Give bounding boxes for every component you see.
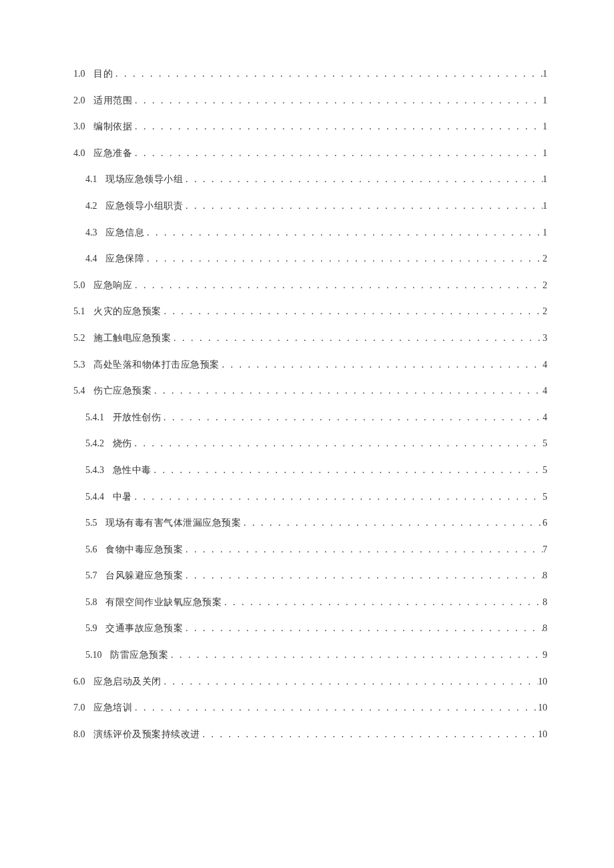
toc-entry-number: 4.0 [73,147,85,160]
toc-leader-dots: . . . . . . . . . . . . . . . . . . . . … [132,279,543,292]
toc-entry-page: 10 [538,675,547,689]
toc-leader-dots: . . . . . . . . . . . . . . . . . . . . … [183,199,543,213]
toc-entry[interactable]: 5.5现场有毒有害气体泄漏应急预案. . . . . . . . . . . .… [73,516,547,530]
toc-entry[interactable]: 5.4.3急性中毒. . . . . . . . . . . . . . . .… [73,464,547,477]
toc-entry-number: 8.0 [73,728,85,741]
toc-entry-number: 4.4 [85,252,97,266]
toc-leader-dots: . . . . . . . . . . . . . . . . . . . . … [151,464,543,477]
toc-entry-title: 伤亡应急预案 [93,384,151,398]
toc-entry[interactable]: 7.0应急培训. . . . . . . . . . . . . . . . .… [73,701,547,715]
toc-entry[interactable]: 5.4.1开放性创伤. . . . . . . . . . . . . . . … [73,411,547,424]
toc-entry[interactable]: 4.2应急领导小组职责. . . . . . . . . . . . . . .… [73,199,547,213]
toc-entry-page: 2 [543,252,547,266]
toc-entry-title: 高处坠落和物体打击应急预案 [93,358,220,372]
toc-entry-number: 2.0 [73,94,85,107]
toc-entry-title: 开放性创伤 [113,411,162,424]
toc-entry[interactable]: 5.4.2烧伤. . . . . . . . . . . . . . . . .… [73,437,547,450]
toc-leader-dots: . . . . . . . . . . . . . . . . . . . . … [132,94,543,107]
toc-entry[interactable]: 4.4应急保障. . . . . . . . . . . . . . . . .… [73,252,547,266]
toc-leader-dots: . . . . . . . . . . . . . . . . . . . . … [168,648,543,662]
toc-entry-page: 5 [543,490,547,504]
toc-entry[interactable]: 5.8有限空间作业缺氧应急预案. . . . . . . . . . . . .… [73,596,547,609]
toc-leader-dots: . . . . . . . . . . . . . . . . . . . . … [220,358,543,372]
toc-entry[interactable]: 4.1现场应急领导小组. . . . . . . . . . . . . . .… [73,173,547,186]
toc-entry-page: 5 [543,437,547,450]
toc-entry-number: 5.4.2 [85,437,104,450]
toc-entry-number: 5.8 [85,596,97,609]
toc-entry-title: 应急培训 [93,701,132,715]
toc-entry-number: 5.4.4 [85,490,104,504]
toc-entry[interactable]: 5.4.4中暑. . . . . . . . . . . . . . . . .… [73,490,547,504]
toc-leader-dots: . . . . . . . . . . . . . . . . . . . . … [200,728,538,741]
toc-entry[interactable]: 5.3高处坠落和物体打击应急预案. . . . . . . . . . . . … [73,358,547,372]
toc-entry-page: 2 [543,305,547,318]
toc-entry-number: 7.0 [73,701,85,715]
toc-entry[interactable]: 2.0适用范围. . . . . . . . . . . . . . . . .… [73,94,547,107]
toc-entry[interactable]: 5.1火灾的应急预案. . . . . . . . . . . . . . . … [73,305,547,318]
toc-entry-number: 5.4 [73,384,85,398]
toc-entry-number: 5.1 [73,305,85,318]
toc-entry-title: 适用范围 [93,94,132,107]
toc-entry-page: 1 [543,94,547,107]
toc-entry-number: 5.0 [73,279,85,292]
toc-entry-number: 1.0 [73,67,85,81]
toc-leader-dots: . . . . . . . . . . . . . . . . . . . . … [132,120,543,133]
toc-entry[interactable]: 5.0应急响应. . . . . . . . . . . . . . . . .… [73,279,547,292]
toc-entry-number: 5.4.3 [85,464,104,477]
toc-entry-page: 1 [543,173,547,186]
toc-entry[interactable]: 5.4伤亡应急预案. . . . . . . . . . . . . . . .… [73,384,547,398]
toc-entry-page: 3 [543,332,547,345]
toc-entry-title: 应急启动及关闭 [93,675,162,689]
toc-leader-dots: . . . . . . . . . . . . . . . . . . . . … [183,543,543,556]
toc-entry-number: 5.9 [85,622,97,635]
toc-leader-dots: . . . . . . . . . . . . . . . . . . . . … [144,226,543,240]
toc-entry[interactable]: 4.0应急准备. . . . . . . . . . . . . . . . .… [73,147,547,160]
toc-entry[interactable]: 1.0目的. . . . . . . . . . . . . . . . . .… [73,67,547,81]
toc-entry[interactable]: 5.10防雷应急预案. . . . . . . . . . . . . . . … [73,648,547,662]
toc-leader-dots: . . . . . . . . . . . . . . . . . . . . … [144,252,543,266]
toc-entry-page: 1 [543,199,547,213]
toc-leader-dots: . . . . . . . . . . . . . . . . . . . . … [161,411,543,424]
toc-entry-title: 施工触电应急预案 [93,332,171,345]
toc-entry-number: 4.2 [85,199,97,213]
toc-leader-dots: . . . . . . . . . . . . . . . . . . . . … [222,596,543,609]
toc-leader-dots: . . . . . . . . . . . . . . . . . . . . … [162,305,543,318]
toc-entry[interactable]: 5.9交通事故应急预案. . . . . . . . . . . . . . .… [73,622,547,635]
toc-entry-page: 7 [543,543,547,556]
toc-entry-number: 4.3 [85,226,97,240]
toc-leader-dots: . . . . . . . . . . . . . . . . . . . . … [183,569,543,582]
toc-entry-page: 1 [543,67,547,81]
toc-leader-dots: . . . . . . . . . . . . . . . . . . . . … [183,622,543,635]
toc-leader-dots: . . . . . . . . . . . . . . . . . . . . … [162,675,538,689]
toc-entry-page: 2 [543,279,547,292]
toc-leader-dots: . . . . . . . . . . . . . . . . . . . . … [132,490,543,504]
toc-leader-dots: . . . . . . . . . . . . . . . . . . . . … [151,384,543,398]
toc-entry-number: 5.5 [85,516,97,530]
toc-entry-title: 应急信息 [105,226,144,240]
toc-entry[interactable]: 5.6食物中毒应急预案. . . . . . . . . . . . . . .… [73,543,547,556]
toc-entry[interactable]: 3.0编制依据. . . . . . . . . . . . . . . . .… [73,120,547,133]
toc-entry[interactable]: 6.0应急启动及关闭. . . . . . . . . . . . . . . … [73,675,547,689]
toc-entry-number: 6.0 [73,675,85,689]
toc-entry-title: 烧伤 [113,437,132,450]
toc-entry[interactable]: 8.0演练评价及预案持续改进. . . . . . . . . . . . . … [73,728,547,741]
toc-entry-number: 5.6 [85,543,97,556]
table-of-contents: 1.0目的. . . . . . . . . . . . . . . . . .… [73,67,547,741]
toc-entry[interactable]: 4.3应急信息. . . . . . . . . . . . . . . . .… [73,226,547,240]
toc-entry-title: 台风躲避应急预案 [105,569,183,582]
toc-entry-number: 5.4.1 [85,411,104,424]
toc-entry-title: 防雷应急预案 [110,648,168,662]
toc-leader-dots: . . . . . . . . . . . . . . . . . . . . … [132,701,538,715]
toc-entry-title: 演练评价及预案持续改进 [93,728,200,741]
toc-entry-page: 6 [543,516,547,530]
toc-leader-dots: . . . . . . . . . . . . . . . . . . . . … [113,67,543,81]
toc-entry[interactable]: 5.2施工触电应急预案. . . . . . . . . . . . . . .… [73,332,547,345]
toc-entry[interactable]: 5.7台风躲避应急预案. . . . . . . . . . . . . . .… [73,569,547,582]
toc-entry-page: 10 [538,728,547,741]
toc-entry-page: 5 [543,464,547,477]
toc-entry-title: 现场应急领导小组 [105,173,183,186]
toc-entry-title: 现场有毒有害气体泄漏应急预案 [105,516,241,530]
toc-entry-title: 火灾的应急预案 [93,305,162,318]
toc-leader-dots: . . . . . . . . . . . . . . . . . . . . … [132,147,543,160]
toc-entry-title: 编制依据 [93,120,132,133]
